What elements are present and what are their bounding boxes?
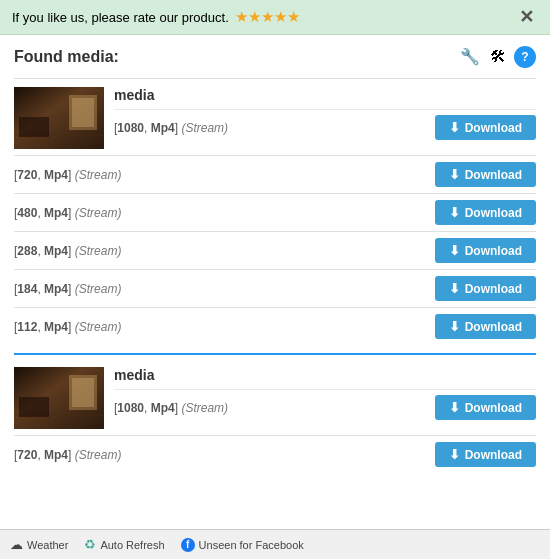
- found-media-title: Found media:: [14, 48, 119, 66]
- format-label-480: [480, Mp4] (Stream): [14, 206, 121, 220]
- close-button[interactable]: ✕: [515, 8, 538, 26]
- download-row-184: [184, Mp4] (Stream) ⬇ Download: [14, 269, 536, 307]
- media-name-1: media: [114, 87, 536, 103]
- media-content-1: media [1080, Mp4] (Stream) ⬇ Download: [114, 87, 536, 145]
- download-icon: ⬇: [449, 120, 460, 135]
- download-label: Download: [465, 121, 522, 135]
- download-row-480: [480, Mp4] (Stream) ⬇ Download: [14, 193, 536, 231]
- download-button-288[interactable]: ⬇ Download: [435, 238, 536, 263]
- download-button-1080-second[interactable]: ⬇ Download: [435, 395, 536, 420]
- download-button-480[interactable]: ⬇ Download: [435, 200, 536, 225]
- download-label: Download: [465, 168, 522, 182]
- download-label: Download: [465, 401, 522, 415]
- download-button-720[interactable]: ⬇ Download: [435, 162, 536, 187]
- download-row-1080-second: [1080, Mp4] (Stream) ⬇ Download: [114, 389, 536, 425]
- bottom-item-facebook[interactable]: f Unseen for Facebook: [181, 538, 304, 552]
- svg-rect-11: [19, 397, 49, 417]
- facebook-icon: f: [181, 538, 195, 552]
- format-label-720-2: [720, Mp4] (Stream): [14, 448, 121, 462]
- download-icon: ⬇: [449, 319, 460, 334]
- svg-rect-5: [19, 117, 49, 137]
- download-icon: ⬇: [449, 281, 460, 296]
- download-button-184[interactable]: ⬇ Download: [435, 276, 536, 301]
- format-label-288: [288, Mp4] (Stream): [14, 244, 121, 258]
- format-label-184: [184, Mp4] (Stream): [14, 282, 121, 296]
- banner-text: If you like us, please rate our product.: [12, 10, 229, 25]
- download-icon: ⬇: [449, 447, 460, 462]
- download-label: Download: [465, 244, 522, 258]
- download-row-112: [112, Mp4] (Stream) ⬇ Download: [14, 307, 536, 345]
- download-icon: ⬇: [449, 243, 460, 258]
- format-label-112: [112, Mp4] (Stream): [14, 320, 121, 334]
- download-icon: ⬇: [449, 205, 460, 220]
- svg-rect-3: [72, 98, 94, 127]
- stars-icon: ★★★★★: [235, 8, 300, 26]
- download-label: Download: [465, 206, 522, 220]
- format-label: [1080, Mp4] (Stream): [114, 121, 228, 135]
- download-button-112[interactable]: ⬇ Download: [435, 314, 536, 339]
- help-button[interactable]: ?: [514, 46, 536, 68]
- download-label: Download: [465, 320, 522, 334]
- download-label: Download: [465, 448, 522, 462]
- media-item-2: media [1080, Mp4] (Stream) ⬇ Download: [14, 363, 536, 429]
- section-divider: [14, 353, 536, 355]
- weather-label: Weather: [27, 539, 68, 551]
- format-label-720: [720, Mp4] (Stream): [14, 168, 121, 182]
- download-icon: ⬇: [449, 400, 460, 415]
- header-icons: 🔧 🛠 ?: [458, 45, 536, 68]
- banner: If you like us, please rate our product.…: [0, 0, 550, 35]
- format-label-1080-2: [1080, Mp4] (Stream): [114, 401, 228, 415]
- download-label: Download: [465, 282, 522, 296]
- media-item-1: media [1080, Mp4] (Stream) ⬇ Download: [14, 78, 536, 149]
- download-row-1080-first: [1080, Mp4] (Stream) ⬇ Download: [114, 109, 536, 145]
- download-row-288: [288, Mp4] (Stream) ⬇ Download: [14, 231, 536, 269]
- found-media-header: Found media: 🔧 🛠 ?: [14, 45, 536, 68]
- recycle-icon: ♻: [84, 537, 96, 552]
- main-content: Found media: 🔧 🛠 ?: [0, 35, 550, 522]
- media-section-1: media [1080, Mp4] (Stream) ⬇ Download [7…: [14, 78, 536, 345]
- facebook-label: Unseen for Facebook: [199, 539, 304, 551]
- bottom-item-weather[interactable]: ☁ Weather: [10, 537, 68, 552]
- autorefresh-label: Auto Refresh: [100, 539, 164, 551]
- media-thumbnail-2: [14, 367, 104, 429]
- media-thumbnail-1: [14, 87, 104, 149]
- media-section-2: media [1080, Mp4] (Stream) ⬇ Download [7…: [14, 363, 536, 473]
- download-row-720-second: [720, Mp4] (Stream) ⬇ Download: [14, 435, 536, 473]
- download-button-1080-first[interactable]: ⬇ Download: [435, 115, 536, 140]
- media-content-2: media [1080, Mp4] (Stream) ⬇ Download: [114, 367, 536, 425]
- download-row-720: [720, Mp4] (Stream) ⬇ Download: [14, 155, 536, 193]
- weather-icon: ☁: [10, 537, 23, 552]
- svg-rect-9: [72, 378, 94, 407]
- bottom-bar: ☁ Weather ♻ Auto Refresh f Unseen for Fa…: [0, 529, 550, 559]
- download-icon: ⬇: [449, 167, 460, 182]
- tools-button[interactable]: 🔧: [458, 45, 482, 68]
- bottom-item-autorefresh[interactable]: ♻ Auto Refresh: [84, 537, 164, 552]
- download-button-720-second[interactable]: ⬇ Download: [435, 442, 536, 467]
- wrench-button[interactable]: 🛠: [488, 46, 508, 68]
- media-name-2: media: [114, 367, 536, 383]
